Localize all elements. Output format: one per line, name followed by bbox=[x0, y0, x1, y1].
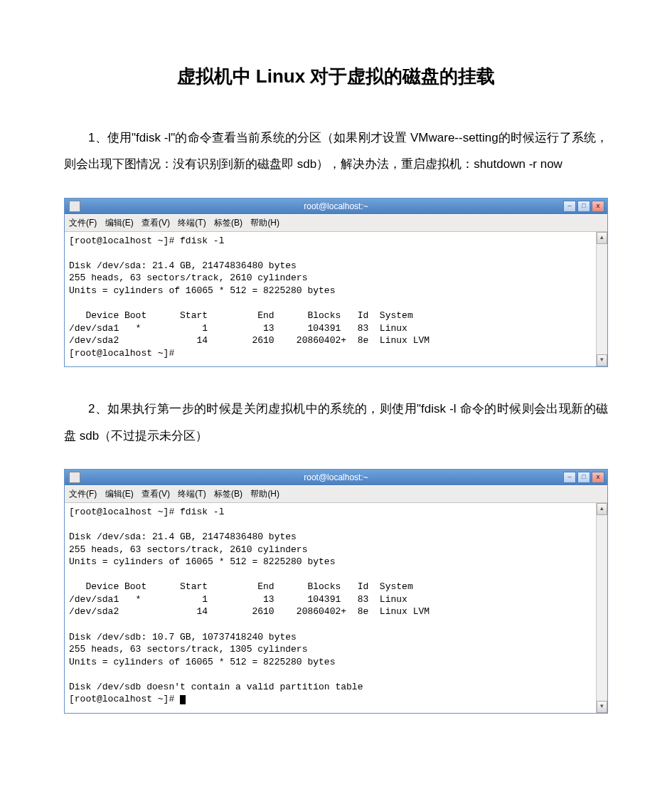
cursor-icon bbox=[180, 695, 186, 704]
terminal-titlebar: root@localhost:~ – □ x bbox=[65, 199, 607, 214]
terminal-body: [root@localhost ~]# fdisk -l Disk /dev/s… bbox=[65, 503, 607, 713]
terminal-window-1: root@localhost:~ – □ x 文件(F) 编辑(E) 查看(V)… bbox=[64, 198, 608, 367]
maximize-button[interactable]: □ bbox=[577, 472, 590, 483]
terminal-body: [root@localhost ~]# fdisk -l Disk /dev/s… bbox=[65, 232, 607, 366]
page-title: 虚拟机中 Linux 对于虚拟的磁盘的挂载 bbox=[64, 64, 608, 89]
minimize-button[interactable]: – bbox=[563, 201, 576, 212]
menu-terminal[interactable]: 终端(T) bbox=[178, 489, 206, 499]
terminal-titlebar: root@localhost:~ – □ x bbox=[65, 470, 607, 485]
scrollbar[interactable]: ▴ ▾ bbox=[596, 503, 607, 713]
terminal-menubar: 文件(F) 编辑(E) 查看(V) 终端(T) 标签(B) 帮助(H) bbox=[65, 485, 607, 503]
terminal-menubar: 文件(F) 编辑(E) 查看(V) 终端(T) 标签(B) 帮助(H) bbox=[65, 214, 607, 232]
terminal-window-2: root@localhost:~ – □ x 文件(F) 编辑(E) 查看(V)… bbox=[64, 469, 608, 714]
terminal-output[interactable]: [root@localhost ~]# fdisk -l Disk /dev/s… bbox=[65, 232, 607, 366]
close-button[interactable]: x bbox=[592, 472, 604, 483]
menu-edit[interactable]: 编辑(E) bbox=[105, 218, 134, 228]
menu-edit[interactable]: 编辑(E) bbox=[105, 489, 134, 499]
maximize-button[interactable]: □ bbox=[577, 201, 590, 212]
scroll-up-button[interactable]: ▴ bbox=[597, 503, 607, 515]
menu-view[interactable]: 查看(V) bbox=[142, 489, 170, 499]
menu-help[interactable]: 帮助(H) bbox=[250, 218, 279, 228]
close-button[interactable]: x bbox=[592, 201, 604, 212]
menu-tabs[interactable]: 标签(B) bbox=[214, 218, 242, 228]
menu-file[interactable]: 文件(F) bbox=[69, 218, 97, 228]
terminal-output[interactable]: [root@localhost ~]# fdisk -l Disk /dev/s… bbox=[65, 503, 607, 713]
minimize-button[interactable]: – bbox=[563, 472, 576, 483]
scroll-up-button[interactable]: ▴ bbox=[597, 232, 607, 244]
menu-file[interactable]: 文件(F) bbox=[69, 489, 97, 499]
menu-terminal[interactable]: 终端(T) bbox=[178, 218, 206, 228]
terminal-title: root@localhost:~ bbox=[65, 472, 607, 482]
window-controls: – □ x bbox=[563, 201, 604, 212]
terminal-title: root@localhost:~ bbox=[65, 201, 607, 211]
window-controls: – □ x bbox=[563, 472, 604, 483]
menu-help[interactable]: 帮助(H) bbox=[250, 489, 279, 499]
paragraph-1: 1、使用"fdisk -l"的命令查看当前系统的分区（如果刚才设置 VMware… bbox=[64, 125, 608, 178]
paragraph-2: 2、如果执行第一步的时候是关闭虚拟机中的系统的，则使用"fdisk -l 命令的… bbox=[64, 396, 608, 449]
scroll-down-button[interactable]: ▾ bbox=[597, 354, 607, 366]
scrollbar[interactable]: ▴ ▾ bbox=[596, 232, 607, 366]
document-page: 虚拟机中 Linux 对于虚拟的磁盘的挂载 1、使用"fdisk -l"的命令查… bbox=[0, 0, 672, 785]
menu-view[interactable]: 查看(V) bbox=[142, 218, 170, 228]
menu-tabs[interactable]: 标签(B) bbox=[214, 489, 242, 499]
scroll-down-button[interactable]: ▾ bbox=[597, 701, 607, 713]
